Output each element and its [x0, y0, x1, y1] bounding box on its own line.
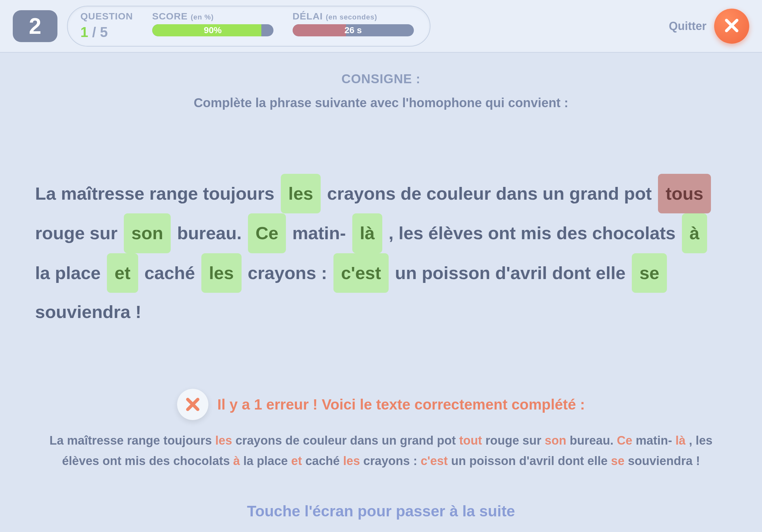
header-bar: 2 QUESTION 1 / 5 SCORE (en %) 90% DÉLAI …: [0, 0, 762, 53]
stat-score: SCORE (en %) 90%: [152, 11, 273, 40]
sol-et: et: [291, 454, 302, 468]
question-current: 1: [80, 24, 88, 40]
sol-a: à: [233, 454, 240, 468]
blank-tous[interactable]: tous: [658, 174, 711, 213]
sol-la: là: [675, 434, 686, 447]
sentence-text: matin-: [292, 223, 351, 243]
sentence-text: crayons de couleur dans un grand pot: [327, 183, 657, 204]
sentence-text: souviendra !: [35, 302, 141, 322]
stats-pill: QUESTION 1 / 5 SCORE (en %) 90% DÉLAI (e…: [67, 6, 430, 46]
sentence-text: crayons :: [248, 263, 332, 283]
sentence-text: rouge sur: [35, 223, 122, 243]
consigne-heading: CONSIGNE :: [35, 72, 727, 86]
sentence-text: un poisson d'avril dont elle: [395, 263, 631, 283]
stat-delay-label: DÉLAI (en secondes): [293, 11, 414, 22]
quit-group: Quitter: [669, 9, 749, 44]
delay-bar-fill: [293, 24, 346, 36]
question-number-badge: 2: [13, 10, 57, 42]
sol-tout: tout: [459, 434, 482, 447]
score-bar: 90%: [152, 24, 273, 36]
delay-bar: 26 s: [293, 24, 414, 36]
main-area: CONSIGNE : Complète la phrase suivante a…: [0, 53, 762, 471]
sol-les-1: les: [215, 434, 232, 447]
sentence-text: la place: [35, 263, 106, 283]
sol-son: son: [545, 434, 567, 447]
sol-les-2: les: [343, 454, 360, 468]
blank-les-2[interactable]: les: [201, 253, 242, 293]
blank-les-1[interactable]: les: [281, 174, 321, 213]
score-bar-text: 90%: [204, 25, 222, 35]
quit-button[interactable]: [714, 9, 749, 44]
feedback-block: Il y a 1 erreur ! Voici le texte correct…: [35, 389, 727, 471]
sentence-text: caché: [144, 263, 200, 283]
stat-delay: DÉLAI (en secondes) 26 s: [293, 11, 414, 40]
blank-cest[interactable]: c'est: [334, 253, 389, 293]
blank-la[interactable]: là: [352, 213, 383, 253]
sol-ce: Ce: [617, 434, 633, 447]
solution-text: La maîtresse range toujours les crayons …: [43, 430, 719, 471]
delay-bar-text: 26 s: [344, 25, 362, 35]
sentence-text: , les élèves ont mis des chocolats: [389, 223, 681, 243]
error-icon: [177, 389, 208, 420]
feedback-message: Il y a 1 erreur ! Voici le texte correct…: [217, 396, 585, 413]
quit-label: Quitter: [669, 20, 707, 33]
sol-cest: c'est: [420, 454, 448, 468]
tap-to-continue[interactable]: Touche l'écran pour passer à la suite: [0, 502, 762, 520]
sentence-text: La maîtresse range toujours: [35, 183, 279, 204]
blank-son[interactable]: son: [124, 213, 171, 253]
stat-question: QUESTION 1 / 5: [80, 11, 133, 40]
blank-ce[interactable]: Ce: [248, 213, 286, 253]
blank-et[interactable]: et: [107, 253, 138, 293]
blank-a[interactable]: à: [682, 213, 707, 253]
exercise-sentence: La maîtresse range toujours les crayons …: [35, 174, 727, 331]
question-sep: /: [88, 24, 100, 40]
stat-question-label: QUESTION: [80, 11, 133, 22]
close-icon: [723, 17, 741, 36]
stat-question-value: 1 / 5: [80, 24, 133, 40]
sentence-text: bureau.: [177, 223, 247, 243]
sol-se: se: [611, 454, 625, 468]
consigne-text: Complète la phrase suivante avec l'homop…: [35, 96, 727, 110]
feedback-header: Il y a 1 erreur ! Voici le texte correct…: [177, 389, 585, 420]
stat-score-label: SCORE (en %): [152, 11, 273, 22]
blank-se[interactable]: se: [632, 253, 667, 293]
question-total: 5: [100, 24, 108, 40]
